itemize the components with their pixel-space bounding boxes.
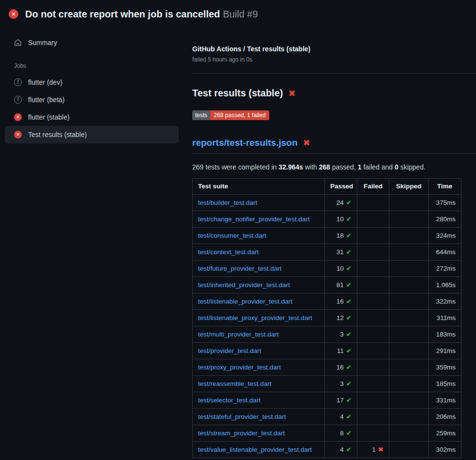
check-icon: ✔ (346, 199, 352, 206)
table-row: test/consumer_test.dart 18✔ 324ms (193, 228, 461, 244)
suite-link[interactable]: test/proxy_provider_test.dart (198, 364, 281, 371)
column-header-test-suite: Test suite (193, 179, 325, 195)
skipped-cell (389, 211, 429, 228)
table-row: test/change_notifier_provider_test.dart … (193, 211, 461, 228)
failed-cell (357, 359, 389, 376)
failed-cell (357, 409, 389, 425)
failed-x-icon: ✖ (303, 138, 310, 147)
check-icon: ✔ (346, 380, 352, 387)
time-cell: 1.065s (429, 277, 461, 293)
build-header: ✕ Do not create report when job is cance… (0, 0, 476, 27)
passed-cell: 11✔ (325, 343, 357, 359)
skipped-cell (389, 310, 429, 326)
failed-cell (357, 310, 389, 326)
build-title: Do not create report when job is cancell… (25, 9, 220, 19)
failed-cell (357, 326, 389, 343)
time-cell: 322ms (429, 293, 461, 310)
x-icon: ✖ (378, 445, 384, 453)
suite-link[interactable]: test/selector_test.dart (198, 397, 261, 404)
table-row: test/stream_provider_test.dart 8✔ 259ms (193, 425, 461, 442)
sidebar-item-flutter-dev[interactable]: ! flutter (dev) (5, 74, 179, 91)
passed-cell: 10✔ (325, 261, 357, 277)
time-cell: 359ms (429, 359, 461, 376)
sidebar-item-summary[interactable]: Summary (5, 34, 179, 51)
failed-cell: 1✖ (357, 442, 389, 458)
report-link[interactable]: reports/test-results.json (192, 138, 298, 148)
table-row: test/value_listenable_provider_test.dart… (193, 442, 461, 458)
sidebar-item-test-results-stable[interactable]: ✕ Test results (stable) (5, 126, 179, 143)
failed-cell (357, 425, 389, 442)
breadcrumb: GitHub Actions / Test results (stable) (192, 45, 476, 53)
suite-link[interactable]: test/future_provider_test.dart (198, 265, 282, 272)
check-icon: ✔ (346, 281, 352, 289)
suite-link[interactable]: test/inherited_provider_test.dart (198, 281, 290, 289)
home-icon (14, 39, 22, 46)
check-icon: ✔ (346, 231, 352, 239)
table-row: test/stateful_provider_test.dart 4✔ 206m… (193, 409, 461, 425)
passed-cell: 31✔ (325, 244, 357, 261)
time-cell: 185ms (429, 376, 461, 392)
time-cell: 183ms (429, 326, 461, 343)
failed-cell (357, 392, 389, 409)
failed-cell (357, 244, 389, 261)
table-row: test/multi_provider_test.dart 3✔ 183ms (193, 326, 461, 343)
passed-cell: 17✔ (325, 392, 357, 409)
table-row: test/proxy_provider_test.dart 16✔ 359ms (193, 359, 461, 376)
passed-cell: 16✔ (325, 293, 357, 310)
time-cell: 291ms (429, 343, 461, 359)
check-icon: ✔ (346, 330, 352, 338)
suite-link[interactable]: test/listenable_provider_test.dart (198, 298, 292, 305)
passed-cell: 81✔ (325, 277, 357, 293)
badge-value: 268 passed, 1 failed (210, 110, 269, 120)
check-icon: ✔ (346, 297, 352, 305)
sidebar: Summary Jobs ! flutter (dev) ! flutter (… (0, 27, 184, 143)
passed-cell: 10✔ (325, 211, 357, 228)
suite-link[interactable]: test/provider_test.dart (198, 347, 261, 354)
skipped-cell (389, 244, 429, 261)
table-row: test/reassemble_test.dart 3✔ 185ms (193, 376, 461, 392)
suite-link[interactable]: test/stateful_provider_test.dart (198, 413, 286, 420)
suite-link[interactable]: test/value_listenable_provider_test.dart (198, 446, 312, 453)
suite-link[interactable]: test/context_test.dart (198, 248, 259, 256)
job-cancelled-icon: ! (14, 78, 22, 86)
skipped-cell (389, 261, 429, 277)
time-cell: 302ms (429, 442, 461, 458)
suite-link[interactable]: test/builder_test.dart (198, 199, 257, 206)
suite-link[interactable]: test/consumer_test.dart (198, 232, 266, 239)
sidebar-item-flutter-beta[interactable]: ! flutter (beta) (5, 91, 179, 108)
skipped-cell (389, 376, 429, 392)
table-header-row: Test suite Passed Failed Skipped Time (193, 179, 461, 195)
sidebar-item-flutter-stable[interactable]: ✕ flutter (stable) (5, 108, 179, 126)
table-row: test/inherited_provider_test.dart 81✔ 1.… (193, 277, 461, 293)
skipped-cell (389, 442, 429, 458)
skipped-cell (389, 359, 429, 376)
table-row: test/future_provider_test.dart 10✔ 272ms (193, 261, 461, 277)
job-failed-icon: ✕ (14, 131, 22, 138)
check-icon: ✔ (346, 396, 352, 404)
failed-cell (357, 293, 389, 310)
page-title: Do not create report when job is cancell… (25, 7, 258, 21)
passed-cell: 3✔ (325, 326, 357, 343)
time-cell: 644ms (429, 244, 461, 261)
build-failed-status-icon: ✕ (9, 9, 18, 19)
report-heading: reports/test-results.json ✖ (192, 138, 476, 154)
passed-cell: 16✔ (325, 359, 357, 376)
skipped-cell (389, 409, 429, 425)
sidebar-item-label: flutter (stable) (28, 113, 70, 121)
failed-cell (357, 228, 389, 244)
test-table-body: test/builder_test.dart 24✔ 375ms test/ch… (193, 195, 461, 458)
suite-link[interactable]: test/stream_provider_test.dart (198, 429, 285, 437)
suite-link[interactable]: test/reassemble_test.dart (198, 380, 272, 387)
sidebar-item-label: Summary (28, 39, 57, 46)
failed-x-icon: ✖ (288, 89, 295, 98)
passed-cell: 12✔ (325, 310, 357, 326)
sidebar-item-label: flutter (beta) (28, 96, 64, 104)
suite-link[interactable]: test/listenable_proxy_provider_test.dart (198, 314, 312, 322)
column-header-time: Time (429, 179, 461, 195)
sidebar-item-label: Test results (stable) (28, 131, 87, 138)
skipped-cell (389, 195, 429, 211)
test-summary-line: 269 tests were completed in 32.964s with… (192, 163, 476, 171)
suite-link[interactable]: test/change_notifier_provider_test.dart (198, 215, 309, 223)
build-number: Build #9 (223, 9, 258, 19)
suite-link[interactable]: test/multi_provider_test.dart (198, 331, 279, 338)
